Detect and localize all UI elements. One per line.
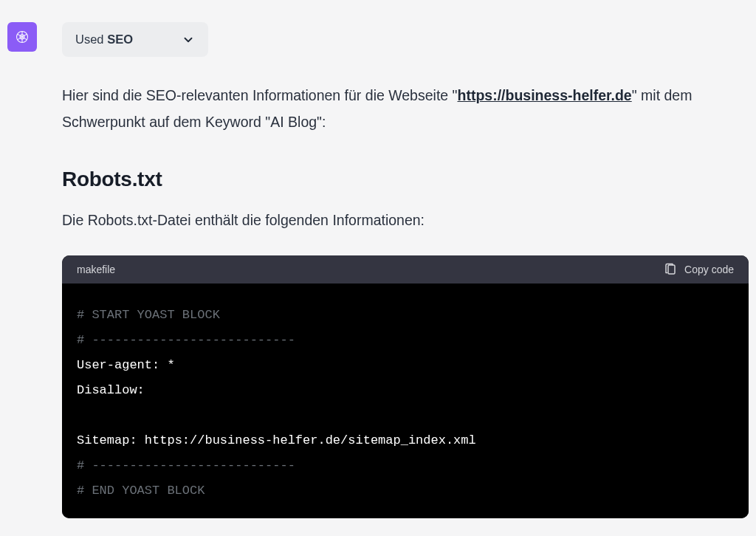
intro-paragraph: Hier sind die SEO-relevanten Information…: [62, 82, 749, 135]
site-url-link[interactable]: https://business-helfer.de: [458, 87, 632, 103]
section-description: Die Robots.txt-Datei enthält die folgend…: [62, 207, 749, 233]
message-content: Used SEO Hier sind die SEO-relevanten In…: [62, 22, 749, 518]
copy-code-label: Copy code: [684, 264, 734, 275]
svg-rect-2: [668, 265, 675, 274]
section-heading: Robots.txt: [62, 168, 749, 191]
code-header: makefile Copy code: [62, 255, 749, 284]
code-content: # START YOAST BLOCK # ------------------…: [62, 284, 749, 518]
plugin-used-chip[interactable]: Used SEO: [62, 22, 208, 57]
openai-logo-icon: [13, 27, 32, 47]
plugin-chip-label: Used SEO: [75, 32, 133, 47]
chevron-down-icon: [182, 33, 195, 47]
avatar: [7, 22, 37, 52]
copy-code-button[interactable]: Copy code: [664, 263, 734, 276]
clipboard-icon: [664, 263, 677, 276]
code-block: makefile Copy code # START YOAST BLOCK #…: [62, 255, 749, 518]
code-language-label: makefile: [77, 264, 115, 275]
